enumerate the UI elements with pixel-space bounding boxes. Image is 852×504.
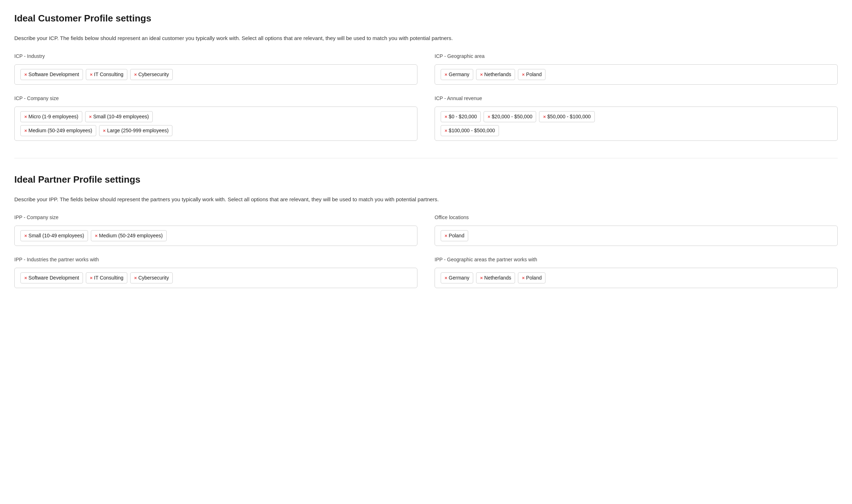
tag[interactable]: ×Software Development [20, 272, 83, 283]
remove-tag-icon[interactable]: × [543, 114, 546, 119]
tag[interactable]: ×$20,000 - $50,000 [484, 111, 536, 122]
icp-industry-group: ICP - Industry ×Software Development×IT … [14, 53, 417, 85]
tag-label: Software Development [29, 274, 79, 282]
remove-tag-icon[interactable]: × [445, 233, 447, 238]
ipp-office-group: Office locations ×Poland [435, 214, 838, 246]
tag[interactable]: ×Poland [518, 272, 545, 283]
remove-tag-icon[interactable]: × [522, 276, 525, 280]
remove-tag-icon[interactable]: × [90, 276, 93, 280]
tag[interactable]: ×Cybersecurity [130, 272, 173, 283]
tags-row: ×Micro (1-9 employees)×Small (10-49 empl… [20, 111, 411, 122]
tag[interactable]: ×Medium (50-249 employees) [91, 230, 167, 241]
tag[interactable]: ×Micro (1-9 employees) [20, 111, 82, 122]
remove-tag-icon[interactable]: × [480, 276, 483, 280]
remove-tag-icon[interactable]: × [95, 233, 98, 238]
tag-label: Germany [449, 71, 470, 78]
tag[interactable]: ×$0 - $20,000 [441, 111, 481, 122]
tag-label: Germany [449, 274, 470, 282]
icp-geo-tags-box[interactable]: ×Germany×Netherlands×Poland [435, 64, 838, 85]
ipp-office-label: Office locations [435, 214, 838, 221]
tag-label: Small (10-49 employees) [93, 113, 149, 120]
icp-revenue-group: ICP - Annual revenue ×$0 - $20,000×$20,0… [435, 95, 838, 141]
tag-label: Medium (50-249 employees) [29, 127, 92, 134]
ipp-geo-group: IPP - Geographic areas the partner works… [435, 256, 838, 288]
ipp-company-size-tags-box[interactable]: ×Small (10-49 employees)×Medium (50-249 … [14, 226, 417, 246]
tag[interactable]: ×Small (10-49 employees) [20, 230, 88, 241]
ipp-industries-tags-box[interactable]: ×Software Development×IT Consulting×Cybe… [14, 268, 417, 288]
ipp-geo-label: IPP - Geographic areas the partner works… [435, 256, 838, 263]
tag-label: IT Consulting [94, 71, 123, 78]
ipp-industries-label: IPP - Industries the partner works with [14, 256, 417, 263]
tag[interactable]: ×Netherlands [476, 69, 515, 80]
remove-tag-icon[interactable]: × [134, 72, 137, 77]
tag[interactable]: ×Cybersecurity [130, 69, 173, 80]
tag-label: Netherlands [484, 274, 511, 282]
remove-tag-icon[interactable]: × [480, 72, 483, 77]
ipp-title: Ideal Partner Profile settings [14, 173, 838, 187]
ipp-industries-group: IPP - Industries the partner works with … [14, 256, 417, 288]
tag-label: Netherlands [484, 71, 511, 78]
icp-industry-label: ICP - Industry [14, 53, 417, 60]
remove-tag-icon[interactable]: × [522, 72, 525, 77]
remove-tag-icon[interactable]: × [445, 72, 447, 77]
remove-tag-icon[interactable]: × [24, 276, 27, 280]
tag-label: Micro (1-9 employees) [29, 113, 78, 120]
tag-label: Large (250-999 employees) [107, 127, 168, 134]
tag[interactable]: ×Poland [441, 230, 468, 241]
tag-label: IT Consulting [94, 274, 123, 282]
tag-label: Poland [526, 71, 542, 78]
remove-tag-icon[interactable]: × [445, 114, 447, 119]
ipp-geo-tags-box[interactable]: ×Germany×Netherlands×Poland [435, 268, 838, 288]
tag[interactable]: ×$50,000 - $100,000 [539, 111, 594, 122]
icp-company-size-box[interactable]: ×Micro (1-9 employees)×Small (10-49 empl… [14, 107, 417, 141]
tag[interactable]: ×Germany [441, 69, 473, 80]
tag-label: Software Development [29, 71, 79, 78]
remove-tag-icon[interactable]: × [488, 114, 490, 119]
tag[interactable]: ×IT Consulting [86, 69, 127, 80]
remove-tag-icon[interactable]: × [89, 114, 92, 119]
ipp-company-size-group: IPP - Company size ×Small (10-49 employe… [14, 214, 417, 246]
remove-tag-icon[interactable]: × [103, 128, 106, 133]
ipp-office-tags-box[interactable]: ×Poland [435, 226, 838, 246]
tag[interactable]: ×Medium (50-249 employees) [20, 125, 96, 136]
tag[interactable]: ×Germany [441, 272, 473, 283]
tag[interactable]: ×Small (10-49 employees) [85, 111, 153, 122]
tag-label: Cybersecurity [138, 71, 169, 78]
remove-tag-icon[interactable]: × [134, 276, 137, 280]
remove-tag-icon[interactable]: × [445, 276, 447, 280]
remove-tag-icon[interactable]: × [24, 233, 27, 238]
icp-fields-grid: ICP - Industry ×Software Development×IT … [14, 53, 838, 141]
tag[interactable]: ×Software Development [20, 69, 83, 80]
icp-section: Ideal Customer Profile settings Describe… [14, 11, 838, 141]
tag-label: Cybersecurity [138, 274, 169, 282]
remove-tag-icon[interactable]: × [24, 72, 27, 77]
icp-industry-tags-box[interactable]: ×Software Development×IT Consulting×Cybe… [14, 64, 417, 85]
icp-title: Ideal Customer Profile settings [14, 11, 838, 25]
icp-revenue-box[interactable]: ×$0 - $20,000×$20,000 - $50,000×$50,000 … [435, 107, 838, 141]
ipp-fields-grid: IPP - Company size ×Small (10-49 employe… [14, 214, 838, 288]
tag-label: $0 - $20,000 [449, 113, 477, 120]
tags-row: ×Medium (50-249 employees)×Large (250-99… [20, 125, 411, 136]
remove-tag-icon[interactable]: × [24, 114, 27, 119]
icp-geo-group: ICP - Geographic area ×Germany×Netherlan… [435, 53, 838, 85]
tag-label: Small (10-49 employees) [29, 232, 84, 239]
remove-tag-icon[interactable]: × [24, 128, 27, 133]
tag[interactable]: ×IT Consulting [86, 272, 127, 283]
remove-tag-icon[interactable]: × [90, 72, 93, 77]
tag[interactable]: ×Netherlands [476, 272, 515, 283]
tags-row: ×$100,000 - $500,000 [441, 125, 832, 136]
tag[interactable]: ×$100,000 - $500,000 [441, 125, 499, 136]
tag-label: $100,000 - $500,000 [449, 127, 495, 134]
remove-tag-icon[interactable]: × [445, 128, 447, 133]
tag[interactable]: ×Poland [518, 69, 545, 80]
icp-company-size-label: ICP - Company size [14, 95, 417, 102]
ipp-company-size-label: IPP - Company size [14, 214, 417, 221]
icp-description: Describe your ICP. The fields below shou… [14, 34, 838, 43]
tag-label: Poland [526, 274, 542, 282]
ipp-description: Describe your IPP. The fields below shou… [14, 195, 838, 204]
section-divider [14, 158, 838, 158]
tag[interactable]: ×Large (250-999 employees) [99, 125, 173, 136]
tag-label: $20,000 - $50,000 [492, 113, 533, 120]
ipp-section: Ideal Partner Profile settings Describe … [14, 173, 838, 288]
icp-geo-label: ICP - Geographic area [435, 53, 838, 60]
